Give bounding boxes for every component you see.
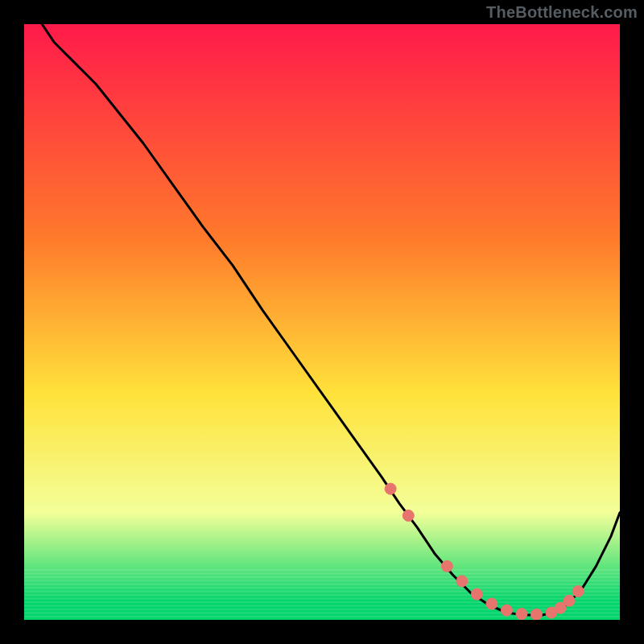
band-stripe	[24, 591, 620, 592]
data-marker	[564, 595, 575, 606]
data-marker	[441, 560, 452, 572]
band-stripe	[24, 576, 620, 578]
band-stripe	[24, 605, 620, 607]
band-stripe	[24, 601, 620, 603]
band-stripe	[24, 594, 620, 596]
band-stripe	[24, 587, 620, 588]
gradient-background	[24, 24, 620, 620]
data-marker	[572, 585, 584, 597]
band-stripe	[24, 573, 620, 575]
band-stripe	[24, 569, 620, 571]
data-marker	[471, 588, 482, 600]
data-marker	[456, 576, 468, 587]
band-stripe	[24, 584, 620, 585]
plot-area	[24, 24, 620, 620]
data-marker	[516, 609, 527, 620]
data-marker	[530, 609, 542, 620]
band-stripe	[24, 598, 620, 600]
data-marker	[385, 483, 396, 494]
data-marker	[486, 598, 497, 609]
chart-svg	[24, 24, 620, 620]
data-marker	[501, 605, 512, 616]
data-marker	[402, 510, 414, 522]
band-stripe	[24, 612, 620, 613]
band-stripe	[24, 609, 620, 610]
band-stripe	[24, 580, 620, 581]
chart-container: TheBottleneck.com	[0, 0, 644, 644]
watermark-text: TheBottleneck.com	[486, 3, 638, 22]
